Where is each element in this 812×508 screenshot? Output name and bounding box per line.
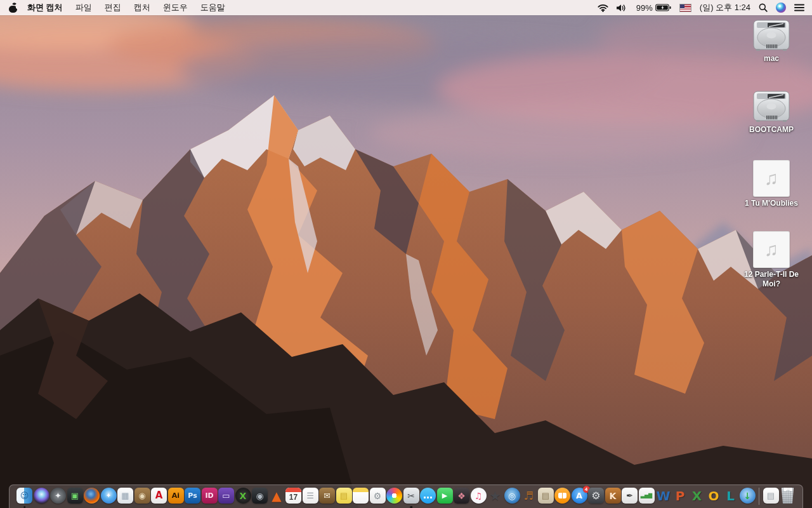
dock-firefox-icon[interactable] (84, 488, 100, 507)
dock-disk-drive-utility-icon[interactable]: ◉ (252, 488, 268, 507)
dock-stickies-icon[interactable]: ▤ (336, 488, 352, 507)
dock-imovie-icon[interactable]: ★ (487, 488, 503, 507)
dock-photoshop-icon[interactable]: Ps (185, 488, 200, 507)
wifi-icon[interactable] (598, 4, 608, 12)
contacts-glyph: ◉ (138, 491, 145, 500)
dock-calendar-icon[interactable]: 17 (285, 488, 301, 507)
desktop-icon-audio-file-1[interactable]: ♫ 1 Tu M'Oublies (736, 160, 807, 208)
dock-siri-icon[interactable] (34, 488, 49, 507)
dock-grab-screen-capture-icon[interactable]: ✂ (403, 488, 419, 507)
spotlight-search-icon[interactable] (759, 3, 768, 12)
dock-photo-settings-utility-icon[interactable]: ⚙ (370, 488, 386, 507)
acrobat-reader-glyph: A (155, 491, 163, 500)
audio-file-icon: ♫ (753, 160, 790, 197)
dock-numbers-icon[interactable]: ▃▅▇ (639, 488, 655, 507)
finder-glyph: ☺ (20, 491, 29, 500)
desktop-icon-mac-drive[interactable]: mac (736, 19, 807, 64)
dock-powerpoint-icon[interactable]: P (672, 488, 688, 507)
calendar-day-number: 17 (285, 492, 301, 503)
active-app-menu[interactable]: 화면 캡처 (27, 2, 63, 13)
grab-screen-capture-running-indicator (410, 506, 412, 508)
dock-launchpad-icon[interactable]: ✦ (50, 488, 66, 507)
notification-center-icon[interactable] (794, 4, 804, 11)
menu-bar: 화면 캡처 파일 편집 캡처 윈도우 도움말 99% (일) (0, 0, 812, 15)
powerpoint-glyph: P (676, 490, 685, 502)
dock-collage-templates-icon[interactable]: ▤ (538, 488, 554, 507)
battery-status[interactable]: 99% (636, 3, 671, 13)
menu-edit[interactable]: 편집 (105, 2, 121, 13)
word-glyph: W (656, 490, 670, 502)
apple-menu-icon[interactable] (9, 3, 17, 13)
dock-outlook-icon[interactable]: O (706, 488, 722, 507)
wooden-crate-mail-glyph: ✉ (324, 491, 331, 500)
download-manager-glyph: ↓ (743, 491, 751, 500)
dock-finder-icon[interactable]: ☺ (16, 488, 32, 507)
battery-percent: 99% (636, 3, 653, 13)
dock-wooden-crate-mail-icon[interactable]: ✉ (319, 488, 335, 507)
dock-messages-icon[interactable]: … (420, 488, 436, 507)
dock-trash-icon[interactable] (780, 488, 796, 507)
desktop-icon-label: BOOTCAMP (749, 125, 794, 135)
dock-photos-icon[interactable] (386, 488, 402, 507)
preview-glyph: ▦ (121, 491, 129, 500)
audio-file-icon: ♫ (753, 231, 790, 268)
siri-menu-icon[interactable] (776, 3, 786, 13)
dock-notes-icon[interactable] (353, 488, 369, 507)
system-preferences-glyph: ⚙ (591, 491, 600, 501)
numbers-glyph: ▃▅▇ (641, 493, 652, 498)
dock-idvd-icon[interactable]: ◎ (504, 488, 520, 507)
illustrator-glyph: Ai (172, 492, 180, 499)
menu-file[interactable]: 파일 (75, 2, 92, 13)
calendar-red-header (285, 488, 301, 492)
dock-document-file-icon[interactable]: ▤ (763, 488, 779, 507)
desktop-icon-audio-file-2[interactable]: ♫ 12 Parle-T-Il De Moi? (736, 231, 807, 289)
dock-download-manager-icon[interactable]: ↓ (740, 488, 756, 507)
outlook-glyph: O (708, 490, 719, 502)
open-book-icon (558, 493, 566, 498)
dock-photo-booth-icon[interactable]: ❖ (454, 488, 469, 507)
video-converter-glyph: X (240, 491, 247, 500)
battery-icon (655, 4, 671, 11)
lync-glyph: L (726, 490, 735, 502)
dock-facetime-icon[interactable]: ▶ (437, 488, 453, 507)
dock-excel-icon[interactable]: X (689, 488, 705, 507)
vlc-glyph: ▲ (272, 490, 281, 502)
dock-ibooks-icon[interactable] (554, 488, 570, 507)
dock-toast-titanium-icon[interactable]: ▭ (218, 488, 234, 507)
dock-reminders-icon[interactable]: ☰ (303, 488, 318, 507)
menu-window[interactable]: 윈도우 (163, 2, 188, 13)
dock-indesign-icon[interactable]: ID (202, 488, 218, 507)
dock-app-store-icon[interactable]: A4 (572, 488, 587, 507)
dock-lync-icon[interactable]: L (723, 488, 738, 507)
menu-help[interactable]: 도움말 (200, 2, 225, 13)
imovie-glyph: ★ (490, 490, 501, 502)
dock-system-preferences-icon[interactable]: ⚙ (588, 488, 604, 507)
dock-pages-icon[interactable]: ✒ (622, 488, 638, 507)
menu-bar-clock[interactable]: (일) 오후 1:24 (700, 2, 750, 13)
menu-bar-left: 화면 캡처 파일 편집 캡처 윈도우 도움말 (0, 2, 232, 13)
dock-video-converter-icon[interactable]: X (235, 488, 251, 507)
dock-acrobat-reader-icon[interactable]: A (151, 488, 167, 507)
dock-itunes-icon[interactable]: ♫ (471, 488, 487, 507)
grab-screen-capture-glyph: ✂ (407, 491, 415, 500)
volume-icon[interactable] (617, 4, 628, 12)
messages-glyph: … (423, 491, 433, 500)
dock-illustrator-icon[interactable]: Ai (168, 488, 184, 507)
display-utility-glyph: ▣ (71, 491, 79, 500)
music-note-icon: ♫ (764, 169, 779, 188)
dock-preview-icon[interactable]: ▦ (117, 488, 133, 507)
sierra-mountain-wallpaper (0, 0, 812, 508)
dock-keynote-icon[interactable]: K (605, 488, 621, 507)
dock-contacts-icon[interactable]: ◉ (134, 488, 150, 507)
dock-display-utility-icon[interactable]: ▣ (67, 488, 83, 507)
stickies-glyph: ▤ (340, 491, 348, 500)
dock-safari-icon[interactable]: ✦ (101, 488, 117, 507)
dock-word-icon[interactable]: W (655, 488, 671, 507)
desktop-icon-label: mac (764, 54, 779, 64)
desktop-icon-bootcamp-drive[interactable]: BOOTCAMP (736, 90, 807, 135)
menu-capture[interactable]: 캡처 (134, 2, 150, 13)
dock-vlc-icon[interactable]: ▲ (269, 488, 285, 507)
input-source-us-flag-icon[interactable] (679, 4, 691, 12)
keynote-glyph: K (610, 491, 617, 500)
dock-garageband-icon[interactable]: ♬ (521, 488, 537, 507)
